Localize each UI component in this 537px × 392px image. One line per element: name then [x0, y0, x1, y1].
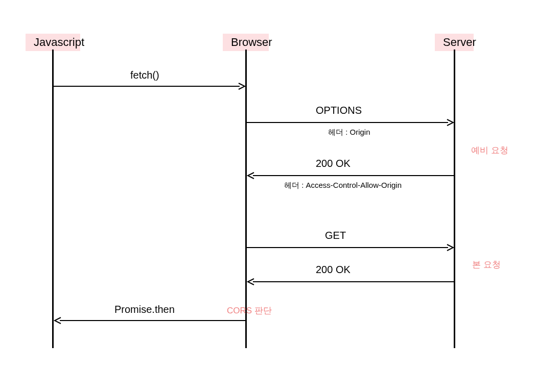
label-options: OPTIONS [316, 105, 362, 116]
label-get: GET [325, 230, 346, 241]
label-promise: Promise.then [114, 304, 175, 315]
annotation-preflight: 예비 요청 [471, 144, 508, 156]
arrow-fetch [54, 83, 246, 90]
lifeline-server [454, 50, 455, 348]
label-get-response: 200 OK [316, 264, 351, 276]
arrow-get [247, 244, 454, 251]
annotation-cors-check: CORS 판단 [227, 305, 272, 316]
lifeline-javascript [52, 50, 54, 348]
label-options-response-header: 헤더 : Access-Control-Allow-Origin [284, 181, 402, 190]
participant-browser: Browser [223, 34, 269, 51]
participant-server: Server [435, 34, 474, 51]
label-options-header: 헤더 : Origin [328, 128, 370, 137]
participant-javascript: Javascript [26, 34, 80, 51]
arrow-get-response [247, 278, 454, 285]
arrow-options-response [247, 172, 454, 179]
label-fetch: fetch() [130, 69, 159, 81]
lifeline-browser [245, 50, 247, 348]
label-options-response: 200 OK [316, 158, 351, 169]
arrow-promise [54, 317, 246, 324]
annotation-main-request: 본 요청 [472, 259, 501, 271]
arrow-options [247, 119, 454, 126]
